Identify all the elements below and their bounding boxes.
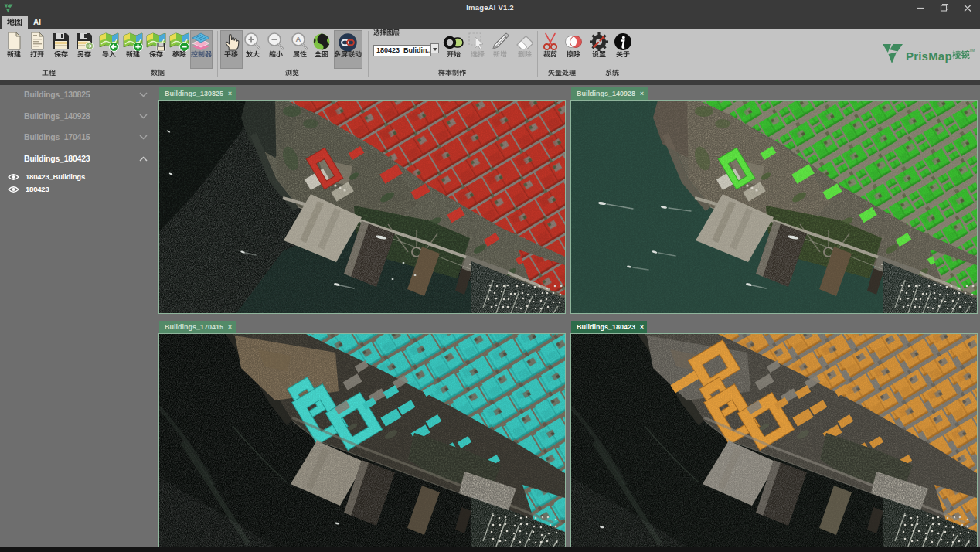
svg-text:A: A	[296, 35, 301, 43]
